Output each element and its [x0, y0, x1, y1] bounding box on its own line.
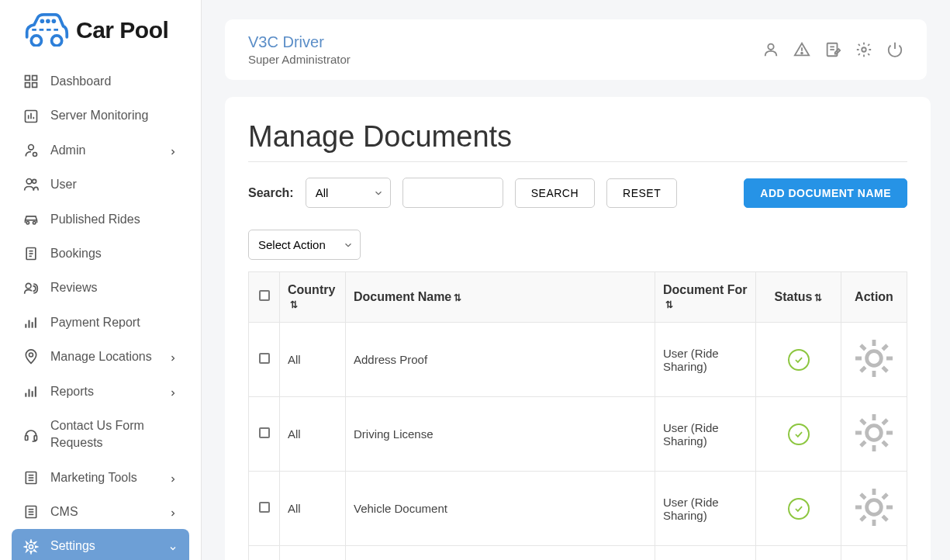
chevron-right-icon [168, 507, 178, 517]
sidebar-item-label: Marketing Tools [50, 469, 168, 486]
content-card: Manage Documents Search: All SEARCH RESE… [225, 97, 931, 560]
profile-icon[interactable] [762, 41, 779, 58]
row-settings-icon[interactable] [849, 447, 899, 460]
cell-country: All [280, 323, 346, 397]
svg-point-54 [867, 351, 882, 366]
sidebar-item-published-rides[interactable]: Published Rides [0, 202, 201, 237]
country-header[interactable]: Country⇅ [280, 272, 346, 323]
status-active-icon[interactable] [788, 349, 810, 371]
svg-rect-35 [26, 436, 28, 441]
sidebar-item-user[interactable]: User [0, 168, 201, 202]
document-for-header[interactable]: Document For⇅ [655, 272, 756, 323]
car-icon [23, 212, 39, 227]
svg-point-14 [29, 144, 34, 150]
main-content: V3C Driver Super Administrator Manage Do… [202, 0, 950, 560]
sort-icon: ⇅ [290, 299, 298, 310]
cell-document-for: User (Ride Sharing) [655, 323, 756, 397]
add-document-button[interactable]: ADD DOCUMENT NAME [744, 178, 907, 208]
svg-point-15 [33, 152, 37, 156]
status-active-icon[interactable] [788, 423, 810, 445]
document-name-header[interactable]: Document Name⇅ [346, 272, 655, 323]
brand-logo: Car Pool [0, 0, 201, 60]
reset-button[interactable]: RESET [606, 178, 677, 208]
sidebar-item-label: Payment Report [50, 314, 178, 331]
bar-chart-icon [23, 384, 39, 399]
sidebar-item-settings[interactable]: Settings [12, 529, 189, 560]
cell-document-for: User (Ride Sharing) [655, 546, 756, 561]
row-checkbox[interactable] [259, 353, 270, 364]
cell-document-name: Driving License [346, 397, 655, 472]
row-checkbox[interactable] [259, 502, 270, 513]
sidebar-item-marketing-tools[interactable]: Marketing Tools [0, 461, 201, 495]
note-icon[interactable] [824, 41, 841, 58]
sidebar-item-dashboard[interactable]: Dashboard [0, 64, 201, 99]
select-all-checkbox[interactable] [259, 290, 270, 301]
sidebar: Car Pool DashboardServer MonitoringAdmin… [0, 0, 202, 560]
search-label: Search: [248, 186, 294, 200]
sidebar-item-label: Reports [50, 383, 168, 400]
sidebar-item-label: Admin [50, 142, 168, 159]
svg-point-48 [801, 53, 803, 54]
search-filter-select[interactable]: All [306, 178, 391, 208]
search-button[interactable]: SEARCH [515, 178, 595, 208]
cell-document-for: User (Ride Sharing) [655, 397, 756, 472]
svg-rect-7 [33, 76, 37, 81]
sidebar-item-server-monitoring[interactable]: Server Monitoring [0, 99, 201, 133]
table-row: All Address Proof User (Ride Sharing) [249, 323, 907, 397]
sidebar-item-bookings[interactable]: Bookings [0, 237, 201, 271]
documents-table: Country⇅ Document Name⇅ Document For⇅ St… [248, 271, 907, 560]
svg-point-16 [26, 179, 32, 185]
settings-icon[interactable] [855, 41, 872, 58]
sidebar-item-label: Settings [50, 538, 168, 555]
sidebar-item-cms[interactable]: CMS [0, 495, 201, 529]
sidebar-item-admin[interactable]: Admin [0, 133, 201, 168]
table-row: All Vehicle Document User (Ride Sharing) [249, 472, 907, 546]
gear-icon [23, 539, 39, 555]
car-logo-icon [23, 12, 70, 49]
user-role: Super Administrator [248, 53, 351, 66]
status-header[interactable]: Status⇅ [756, 272, 841, 323]
bar-chart-icon [23, 315, 39, 330]
cell-country: All [280, 472, 346, 546]
sidebar-item-reports[interactable]: Reports [0, 375, 201, 409]
chevron-right-icon [168, 387, 178, 396]
svg-point-1 [52, 36, 62, 46]
sidebar-item-label: Contact Us Form Requests [50, 417, 178, 452]
row-settings-icon[interactable] [849, 372, 899, 385]
row-checkbox[interactable] [259, 427, 270, 438]
pin-icon [23, 349, 39, 365]
svg-point-19 [33, 221, 36, 223]
chart-icon [23, 109, 39, 124]
svg-point-46 [768, 44, 773, 50]
select-all-header[interactable] [249, 272, 280, 323]
admin-icon [23, 143, 39, 158]
row-settings-icon[interactable] [849, 521, 899, 534]
list-icon [23, 470, 39, 486]
sidebar-item-contact-us-form-requests[interactable]: Contact Us Form Requests [0, 409, 201, 461]
svg-point-45 [29, 544, 33, 548]
alert-icon[interactable] [793, 41, 810, 58]
power-icon[interactable] [886, 41, 903, 58]
svg-point-18 [26, 221, 29, 223]
chevron-right-icon [168, 473, 178, 482]
svg-point-17 [33, 180, 36, 184]
svg-point-5 [52, 19, 57, 23]
sidebar-item-manage-locations[interactable]: Manage Locations [0, 340, 201, 374]
svg-point-56 [867, 500, 882, 515]
dashboard-icon [23, 74, 39, 89]
search-input[interactable] [402, 178, 503, 208]
bulk-action-select[interactable]: Select Action [248, 230, 361, 260]
sidebar-item-payment-report[interactable]: Payment Report [0, 306, 201, 340]
chevron-right-icon [168, 352, 178, 361]
search-bar: Search: All SEARCH RESET ADD DOCUMENT NA… [248, 178, 907, 208]
sidebar-item-label: User [50, 176, 178, 193]
chevron-right-icon [168, 146, 178, 155]
list-icon [23, 504, 39, 520]
document-icon [23, 246, 39, 261]
sidebar-item-reviews[interactable]: Reviews [0, 271, 201, 305]
status-active-icon[interactable] [788, 498, 810, 520]
table-row: All Vehicle Insurance User (Ride Sharing… [249, 546, 907, 561]
svg-rect-8 [26, 83, 30, 88]
sort-icon: ⇅ [665, 299, 673, 310]
username-link[interactable]: V3C Driver [248, 33, 351, 51]
